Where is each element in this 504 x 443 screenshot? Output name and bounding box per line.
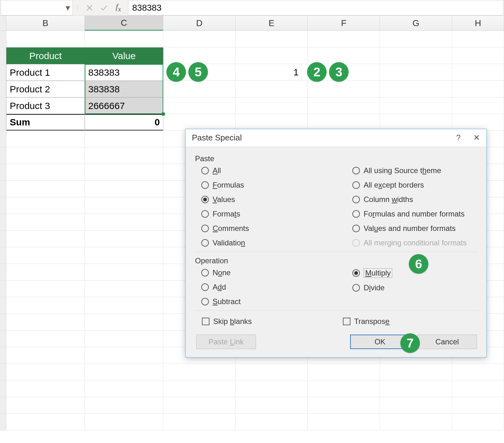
grid-cell[interactable] xyxy=(236,97,308,114)
grid-cell[interactable] xyxy=(85,231,163,247)
grid-cell[interactable] xyxy=(163,380,236,397)
grid-cell[interactable] xyxy=(308,47,380,64)
grid-cell[interactable] xyxy=(6,164,85,181)
grid-cell[interactable] xyxy=(308,397,380,414)
dialog-titlebar[interactable]: Paste Special ? ✕ xyxy=(186,129,486,147)
grid-cell[interactable] xyxy=(452,31,504,47)
grid-cell[interactable] xyxy=(85,181,163,197)
radio-val_num[interactable]: Values and number formats xyxy=(352,224,478,233)
cell-product-2[interactable]: Product 2 xyxy=(6,81,85,97)
grid-cell[interactable] xyxy=(380,414,452,430)
grid-cell[interactable] xyxy=(236,114,308,131)
cell-sum-label[interactable]: Sum xyxy=(6,114,85,131)
grid-cell[interactable] xyxy=(6,231,85,247)
grid-cell[interactable] xyxy=(236,47,308,64)
grid-cell[interactable] xyxy=(85,31,163,47)
cell-value-2[interactable]: 383838 xyxy=(85,81,163,97)
grid-cell[interactable] xyxy=(85,214,163,231)
row-header[interactable] xyxy=(0,397,6,414)
grid-cell[interactable] xyxy=(6,147,85,164)
grid-cell[interactable] xyxy=(85,131,163,147)
radio-formats[interactable]: Formats xyxy=(201,210,327,218)
row-header[interactable] xyxy=(0,281,6,297)
grid-cell[interactable] xyxy=(6,281,85,297)
help-icon[interactable]: ? xyxy=(456,133,461,143)
formula-input[interactable]: 838383 xyxy=(128,0,503,15)
grid-cell[interactable] xyxy=(236,397,308,414)
row-header[interactable] xyxy=(0,347,6,364)
grid-cell[interactable] xyxy=(85,147,163,164)
grid-cell[interactable] xyxy=(85,331,163,347)
grid-cell[interactable] xyxy=(452,81,504,97)
grid-cell[interactable] xyxy=(6,397,85,414)
checkbox-skip-blanks[interactable]: Skip blanks xyxy=(202,317,252,326)
col-header-h[interactable]: H xyxy=(452,16,504,30)
row-header[interactable] xyxy=(0,364,6,380)
col-header-f[interactable]: F xyxy=(308,16,380,30)
row-header[interactable] xyxy=(0,81,6,97)
select-all-corner[interactable] xyxy=(0,16,6,30)
row-header[interactable] xyxy=(0,47,6,64)
grid-cell[interactable] xyxy=(85,364,163,380)
grid-cell[interactable] xyxy=(380,31,452,47)
col-header-e[interactable]: E xyxy=(236,16,308,30)
radio-add[interactable]: Add xyxy=(201,283,327,292)
grid-cell[interactable] xyxy=(85,347,163,364)
grid-cell[interactable] xyxy=(6,331,85,347)
grid-cell[interactable] xyxy=(85,397,163,414)
row-header[interactable] xyxy=(0,414,6,430)
col-header-d[interactable]: D xyxy=(163,16,236,30)
col-header-b[interactable]: B xyxy=(6,16,85,30)
col-header-c[interactable]: C xyxy=(85,16,163,30)
radio-all[interactable]: All xyxy=(201,166,327,175)
row-header[interactable] xyxy=(0,97,6,114)
grid-cell[interactable] xyxy=(85,281,163,297)
grid-cell[interactable] xyxy=(380,380,452,397)
grid-cell[interactable] xyxy=(308,81,380,97)
grid-cell[interactable] xyxy=(380,114,452,131)
row-header[interactable] xyxy=(0,147,6,164)
grid-cell[interactable] xyxy=(6,247,85,264)
radio-validation[interactable]: Validation xyxy=(201,238,327,247)
grid-cell[interactable] xyxy=(308,364,380,380)
grid-cell[interactable] xyxy=(6,364,85,380)
grid-cell[interactable] xyxy=(6,264,85,281)
grid-cell[interactable] xyxy=(163,81,236,97)
row-header[interactable] xyxy=(0,114,6,131)
cell-sum-value[interactable]: 0 xyxy=(85,114,163,131)
row-header[interactable] xyxy=(0,247,6,264)
grid-cell[interactable] xyxy=(236,364,308,380)
grid-cell[interactable] xyxy=(308,97,380,114)
grid-cell[interactable] xyxy=(85,314,163,331)
grid-cell[interactable] xyxy=(452,414,504,430)
grid-cell[interactable] xyxy=(452,397,504,414)
row-header[interactable] xyxy=(0,264,6,281)
grid-cell[interactable] xyxy=(6,314,85,331)
radio-comments[interactable]: Comments xyxy=(201,224,327,233)
cell-value-1[interactable]: 838383 xyxy=(85,64,163,81)
radio-subtract[interactable]: Subtract xyxy=(201,297,327,306)
grid-cell[interactable] xyxy=(452,97,504,114)
grid-cell[interactable] xyxy=(6,31,85,47)
grid-cell[interactable] xyxy=(163,97,236,114)
grid-cell[interactable] xyxy=(85,247,163,264)
grid-cell[interactable] xyxy=(380,397,452,414)
grid-cell[interactable] xyxy=(6,347,85,364)
row-header[interactable] xyxy=(0,64,6,81)
radio-source_theme[interactable]: All using Source theme xyxy=(352,166,478,175)
grid-cell[interactable] xyxy=(163,364,236,380)
grid-cell[interactable] xyxy=(236,31,308,47)
grid-cell[interactable] xyxy=(85,380,163,397)
row-header[interactable] xyxy=(0,164,6,181)
grid-cell[interactable] xyxy=(6,197,85,214)
grid-cell[interactable] xyxy=(6,181,85,197)
grid-cell[interactable] xyxy=(85,197,163,214)
grid-cell[interactable] xyxy=(452,380,504,397)
row-header[interactable] xyxy=(0,214,6,231)
grid-cell[interactable] xyxy=(85,164,163,181)
radio-none[interactable]: None xyxy=(201,268,327,277)
row-header[interactable] xyxy=(0,231,6,247)
row-header[interactable] xyxy=(0,314,6,331)
grid-cell[interactable] xyxy=(163,114,236,131)
grid-cell[interactable] xyxy=(380,64,452,81)
